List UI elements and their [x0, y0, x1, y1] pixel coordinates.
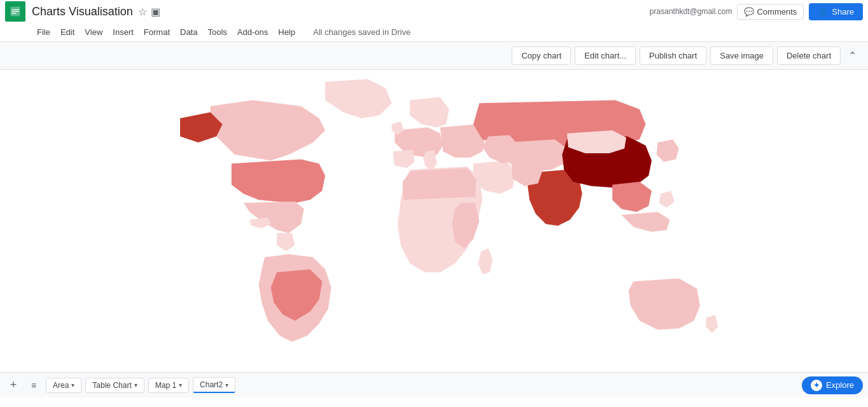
chart-toolbar: Copy chart Edit chart... Publish chart S… — [0, 42, 868, 70]
share-button[interactable]: 👤 Share — [809, 3, 863, 20]
menu-edit[interactable]: Edit — [55, 25, 80, 39]
menu-format[interactable]: Format — [139, 25, 175, 39]
north-africa — [403, 168, 477, 200]
tab-area-label: Area — [53, 381, 69, 390]
menu-data[interactable]: Data — [175, 25, 202, 39]
tab-map1-label: Map 1 — [155, 381, 176, 390]
tab-map1-arrow: ▾ — [179, 382, 182, 389]
tab-table-chart[interactable]: Table Chart ▾ — [85, 378, 144, 393]
svg-rect-2 — [11, 11, 19, 12]
tab-table-chart-label: Table Chart — [92, 381, 131, 390]
delete-chart-button[interactable]: Delete chart — [777, 46, 841, 65]
tab-table-chart-arrow: ▾ — [134, 382, 137, 389]
menu-addons[interactable]: Add-ons — [232, 25, 273, 39]
menu-insert[interactable]: Insert — [108, 25, 139, 39]
auto-save-status: All changes saved in Drive — [313, 27, 410, 37]
comments-button[interactable]: 💬 Comments — [737, 4, 804, 20]
explore-icon: ✦ — [811, 380, 822, 391]
tab-chart2[interactable]: Chart2 ▾ — [193, 377, 235, 393]
doc-title: Charts Visualisation — [32, 5, 133, 18]
save-image-button[interactable]: Save image — [710, 46, 773, 65]
comments-label: Comments — [757, 7, 797, 17]
edit-chart-button[interactable]: Edit chart... — [575, 46, 636, 65]
folder-icon[interactable]: ▣ — [151, 6, 160, 18]
sheets-menu-button[interactable]: ≡ — [25, 377, 42, 394]
svg-rect-3 — [11, 13, 17, 14]
menu-file[interactable]: File — [32, 25, 55, 39]
tab-chart2-label: Chart2 — [200, 380, 223, 389]
star-icon[interactable]: ☆ — [138, 6, 147, 18]
collapse-button[interactable]: ⌃ — [844, 47, 860, 64]
share-icon: 👤 — [818, 7, 828, 17]
menu-view[interactable]: View — [80, 25, 108, 39]
user-email: prasanthkdt@gmail.com — [650, 7, 732, 16]
map-area — [0, 70, 868, 372]
tab-map1[interactable]: Map 1 ▾ — [148, 378, 189, 393]
share-label: Share — [832, 7, 854, 17]
menu-bar: File Edit View Insert Format Data Tools … — [0, 23, 868, 42]
copy-chart-button[interactable]: Copy chart — [512, 46, 571, 65]
title-bar: Charts Visualisation ☆ ▣ prasanthkdt@gma… — [0, 0, 868, 23]
tab-area[interactable]: Area ▾ — [46, 378, 81, 393]
comment-icon: 💬 — [744, 7, 754, 17]
tab-area-arrow: ▾ — [71, 382, 74, 389]
menu-help[interactable]: Help — [273, 25, 300, 39]
explore-button[interactable]: ✦ Explore — [802, 376, 863, 394]
explore-label: Explore — [826, 380, 854, 390]
menu-tools[interactable]: Tools — [202, 25, 232, 39]
add-sheet-button[interactable]: + — [5, 377, 22, 394]
app-icon — [5, 1, 25, 22]
world-map-svg — [0, 70, 868, 372]
bottom-bar: + ≡ Area ▾ Table Chart ▾ Map 1 ▾ Chart2 … — [0, 372, 868, 397]
tab-chart2-arrow: ▾ — [225, 382, 228, 389]
title-right: prasanthkdt@gmail.com 💬 Comments 👤 Share — [650, 3, 863, 20]
mongolia — [567, 130, 626, 153]
publish-chart-button[interactable]: Publish chart — [640, 46, 706, 65]
svg-rect-1 — [11, 10, 19, 10]
